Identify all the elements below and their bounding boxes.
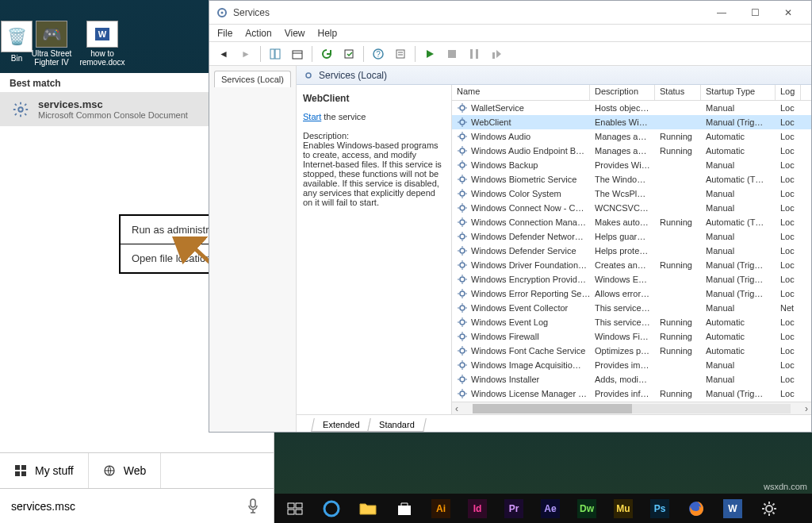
- export-button[interactable]: [339, 44, 358, 63]
- service-row[interactable]: Windows BackupProvides Wi…ManualLoc: [452, 158, 811, 172]
- pause-service-button[interactable]: [465, 44, 484, 63]
- svg-point-65: [460, 220, 465, 225]
- premiere-icon[interactable]: Pr: [496, 496, 531, 521]
- service-row[interactable]: Windows Audio Endpoint B…Manages au…Runn…: [452, 144, 811, 158]
- help-button[interactable]: ?: [369, 44, 388, 63]
- service-row[interactable]: Windows Color SystemThe WcsPlu…ManualLoc: [452, 187, 811, 201]
- service-row[interactable]: Windows Image Acquisitio…Provides im…Man…: [452, 358, 811, 372]
- service-row[interactable]: Windows FirewallWindows Fi…RunningAutoma…: [452, 329, 811, 344]
- service-row[interactable]: Windows InstallerAdds, modi…ManualLoc: [452, 372, 811, 386]
- firefox-icon[interactable]: [679, 496, 714, 521]
- col-name[interactable]: Name: [452, 85, 590, 100]
- svg-line-145: [772, 503, 774, 505]
- game-icon: 🎮: [36, 21, 67, 48]
- indesign-icon[interactable]: Id: [460, 496, 495, 521]
- service-row[interactable]: Windows Defender Networ…Helps guard…Manu…: [452, 229, 811, 244]
- service-row[interactable]: WebClientEnables Win…Manual (Trig…Loc: [452, 115, 811, 129]
- photoshop-icon[interactable]: Ps: [642, 496, 677, 521]
- service-row[interactable]: Windows Defender ServiceHelps prote…Manu…: [452, 244, 811, 258]
- aftereffects-icon[interactable]: Ae: [533, 496, 568, 521]
- mic-icon[interactable]: [247, 498, 262, 514]
- service-row[interactable]: Windows Event CollectorThis service …Man…: [452, 301, 811, 315]
- properties-button[interactable]: [288, 44, 307, 63]
- close-button[interactable]: ✕: [772, 2, 805, 24]
- svg-rect-3: [21, 465, 26, 470]
- start-service-button[interactable]: [420, 44, 439, 63]
- col-status[interactable]: Status: [655, 85, 701, 100]
- svg-point-30: [460, 120, 465, 125]
- search-result-subtitle: Microsoft Common Console Document: [38, 110, 188, 120]
- column-headers[interactable]: Name Description Status Startup Type Log: [452, 85, 811, 101]
- service-row[interactable]: Windows Connection Mana…Makes auto…Runni…: [452, 215, 811, 229]
- maximize-button[interactable]: ☐: [738, 2, 772, 24]
- edge-icon[interactable]: [314, 496, 349, 521]
- gear-icon: [457, 260, 468, 271]
- svg-point-115: [460, 363, 465, 367]
- gear-icon: [457, 231, 468, 242]
- illustrator-icon[interactable]: Ai: [423, 496, 458, 521]
- service-row[interactable]: Windows Biometric ServiceThe Windo…Autom…: [452, 172, 811, 187]
- task-view-button[interactable]: [278, 496, 312, 521]
- taskbar[interactable]: Ai Id Pr Ae Dw Mu Ps W: [274, 494, 812, 523]
- service-row[interactable]: Windows Error Reporting Se…Allows error……: [452, 286, 811, 301]
- svg-line-143: [772, 512, 774, 513]
- search-input[interactable]: [11, 500, 247, 513]
- svg-point-90: [460, 291, 465, 296]
- desktop-icon-usf[interactable]: 🎮 Ultra Street Fighter IV: [29, 21, 75, 67]
- tab-extended[interactable]: Extended: [311, 418, 371, 432]
- tab-web[interactable]: Web: [89, 453, 162, 488]
- svg-rect-7: [251, 499, 255, 507]
- gear-icon: [457, 131, 468, 142]
- file-explorer-icon[interactable]: [350, 496, 385, 521]
- tab-standard[interactable]: Standard: [368, 418, 427, 432]
- refresh-button[interactable]: [317, 44, 336, 63]
- svg-rect-11: [275, 49, 280, 59]
- svg-line-144: [764, 512, 766, 513]
- start-service-link[interactable]: Start: [303, 112, 321, 121]
- tree-node-services-local[interactable]: Services (Local): [214, 71, 291, 87]
- col-logon[interactable]: Log: [776, 85, 801, 100]
- restart-service-button[interactable]: [487, 44, 506, 63]
- show-hide-tree-button[interactable]: [266, 44, 285, 63]
- service-row[interactable]: Windows Font Cache ServiceOptimizes p…Ru…: [452, 344, 811, 358]
- services-list: Name Description Status Startup Type Log…: [452, 85, 811, 414]
- minimize-button[interactable]: —: [705, 2, 738, 24]
- service-row[interactable]: Windows License Manager …Provides inf…Ru…: [452, 386, 811, 401]
- service-row[interactable]: Windows Connect Now - C…WCNCSVC …ManualL…: [452, 201, 811, 215]
- service-row[interactable]: Windows AudioManages au…RunningAutomatic…: [452, 129, 811, 144]
- store-icon[interactable]: [387, 496, 422, 521]
- search-result-title: services.msc: [38, 98, 188, 110]
- service-row[interactable]: Windows Event LogThis service …RunningAu…: [452, 315, 811, 329]
- col-startup-type[interactable]: Startup Type: [701, 85, 776, 100]
- titlebar[interactable]: Services — ☐ ✕: [209, 1, 811, 25]
- gear-icon: [457, 274, 468, 285]
- tree-pane[interactable]: Services (Local): [209, 66, 297, 432]
- service-row[interactable]: Windows Encryption Provid…Windows E…Manu…: [452, 272, 811, 286]
- menu-help[interactable]: Help: [318, 28, 338, 39]
- word-doc-icon: W: [86, 21, 118, 48]
- svg-rect-130: [288, 503, 294, 508]
- service-row[interactable]: WalletServiceHosts objec…ManualLoc: [452, 101, 811, 115]
- settings-icon[interactable]: [752, 496, 787, 521]
- service-row[interactable]: Windows Driver Foundation…Creates and…Ru…: [452, 258, 811, 272]
- menu-view[interactable]: View: [285, 28, 305, 39]
- forward-button[interactable]: ►: [236, 44, 255, 63]
- horizontal-scrollbar[interactable]: ‹ ›: [452, 402, 811, 414]
- back-button[interactable]: ◄: [214, 44, 233, 63]
- gear-icon: [303, 70, 314, 81]
- col-description[interactable]: Description: [590, 85, 655, 100]
- dreamweaver-icon[interactable]: Dw: [569, 496, 604, 521]
- props-button[interactable]: [391, 44, 410, 63]
- svg-point-60: [460, 206, 465, 210]
- gear-icon: [457, 345, 468, 356]
- svg-point-70: [460, 234, 465, 239]
- desktop-icon-docx[interactable]: W how to remove.docx: [79, 21, 125, 67]
- gear-icon: [457, 374, 468, 385]
- tab-my-stuff[interactable]: My stuff: [0, 453, 89, 488]
- menu-file[interactable]: File: [217, 28, 232, 39]
- svg-point-134: [324, 502, 339, 516]
- muse-icon[interactable]: Mu: [606, 496, 641, 521]
- stop-service-button[interactable]: [442, 44, 462, 63]
- menu-action[interactable]: Action: [245, 28, 271, 39]
- word-icon[interactable]: W: [715, 496, 750, 521]
